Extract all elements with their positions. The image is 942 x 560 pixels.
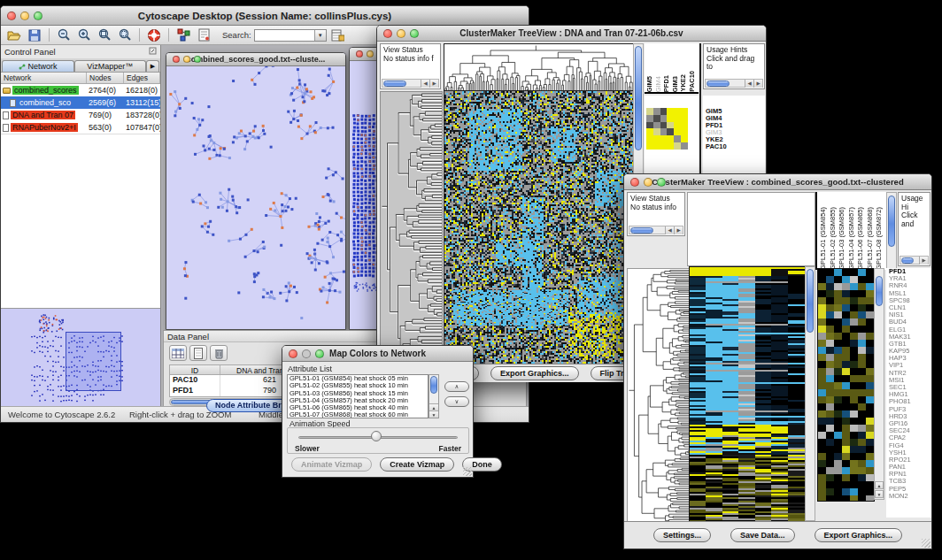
treeview-button[interactable]: Save Data... [730, 528, 795, 542]
dialog-title-bar[interactable]: Map Colors to Network [282, 346, 473, 362]
scroll-right-icon[interactable]: ▶ [919, 257, 928, 265]
move-up-button[interactable]: ∧ [444, 381, 469, 392]
similarity-matrix-heatmap[interactable] [646, 108, 688, 150]
tab-network[interactable]: Network [2, 60, 74, 72]
matrix-cell[interactable] [660, 142, 668, 150]
scroll-right-icon[interactable]: ▶ [674, 226, 683, 234]
dialog-button[interactable]: Create Vizmap [380, 457, 454, 472]
scroll-down-icon[interactable]: ▼ [429, 410, 438, 418]
treeview-button[interactable]: Export Graphics... [490, 366, 579, 380]
matrix-cell[interactable] [653, 108, 660, 115]
matrix-cell[interactable] [667, 108, 674, 115]
minimize-button[interactable] [644, 178, 652, 187]
float-panel-icon[interactable] [149, 47, 157, 57]
matrix-cell[interactable] [681, 108, 688, 115]
scroll-left-icon[interactable]: ◀ [665, 226, 674, 234]
birdseye-view-panel[interactable] [1, 309, 160, 406]
matrix-cell[interactable] [646, 122, 653, 129]
zoom-button[interactable] [657, 178, 666, 187]
array-label[interactable]: GIM5 [646, 76, 654, 92]
matrix-cell[interactable] [653, 142, 660, 150]
gene-label[interactable]: MON2 [889, 493, 931, 500]
view-status-scrollbar[interactable]: ◀▶ [629, 226, 683, 234]
zoom-button[interactable] [315, 349, 324, 358]
gene-dendrogram-combined[interactable] [627, 268, 691, 523]
network-list-row[interactable]: DNA and Tran 07 769(0) 183728(0) [1, 109, 160, 121]
matrix-cell[interactable] [646, 108, 653, 115]
matrix-cell[interactable] [674, 122, 681, 129]
array-dendrogram-area[interactable] [687, 192, 815, 266]
zoom-button[interactable] [34, 12, 42, 20]
treeview-combined-title-bar[interactable]: ClusterMaker TreeView : combined_scores_… [624, 174, 931, 190]
resize-grip[interactable] [463, 467, 472, 476]
search-dropdown-icon[interactable]: ▼ [314, 30, 326, 41]
scroll-right-icon[interactable]: ▶ [429, 80, 438, 88]
minimize-button[interactable] [183, 56, 190, 63]
network-canvas[interactable] [166, 66, 345, 329]
zoom-selected-icon[interactable] [116, 27, 134, 43]
zoom-button[interactable] [194, 56, 201, 63]
matrix-cell[interactable] [667, 128, 674, 135]
array-label[interactable]: GPL51-04 (GSM857) [848, 207, 856, 270]
global-heatmap-dna[interactable] [444, 90, 634, 365]
array-label[interactable]: GPL51-01 (GSM854) [820, 207, 828, 270]
matrix-cell[interactable] [681, 128, 688, 135]
move-down-button[interactable]: ∨ [444, 396, 469, 407]
zoom-fit-icon[interactable] [96, 27, 113, 43]
array-label[interactable]: GPL51-03 (GSM856) [838, 207, 846, 270]
array-label[interactable]: YKE2 [680, 74, 688, 92]
matrix-cell[interactable] [667, 135, 674, 142]
array-label[interactable]: PAC10 [689, 71, 697, 92]
matrix-cell[interactable] [653, 115, 660, 122]
matrix-cell[interactable] [653, 135, 660, 142]
dialog-button[interactable]: Animate Vizmap [291, 457, 372, 472]
network-view-title-bar[interactable]: combined_scores_good.txt--cluste... [166, 53, 345, 66]
column-header-network[interactable]: Network [1, 73, 87, 83]
search-input[interactable]: ▼ [254, 29, 327, 42]
global-heatmap-combined[interactable] [689, 266, 806, 523]
help-icon[interactable] [145, 27, 163, 43]
zoom-heatmap-scrollbar[interactable]: ▲ ▼ [874, 268, 884, 500]
matrix-cell[interactable] [667, 115, 674, 122]
matrix-cell[interactable] [681, 115, 688, 122]
matrix-cell[interactable] [646, 135, 653, 142]
matrix-cell[interactable] [646, 142, 653, 150]
scroll-right-icon[interactable]: ▶ [753, 80, 762, 88]
birdseye-canvas[interactable] [1, 309, 159, 406]
close-button[interactable] [173, 56, 180, 63]
matrix-cell[interactable] [660, 122, 668, 129]
attribute-table-icon[interactable] [169, 345, 187, 361]
matrix-cell[interactable] [681, 122, 688, 129]
index-icon[interactable] [329, 27, 347, 43]
scroll-left-icon[interactable]: ◀ [421, 80, 429, 88]
array-labels-scrollbar[interactable] [886, 192, 897, 270]
attribute-list-scrollbar[interactable]: ▲ ▼ [429, 374, 439, 418]
minimize-button[interactable] [20, 12, 29, 20]
array-label[interactable]: GPL51-02 (GSM855) [830, 207, 838, 270]
matrix-cell[interactable] [674, 135, 681, 142]
resize-grip[interactable] [922, 539, 930, 548]
main-title-bar[interactable]: Cytoscape Desktop (Session Name: collins… [1, 6, 529, 26]
close-button[interactable] [383, 29, 392, 38]
close-button[interactable] [356, 50, 363, 58]
network-list-row[interactable]: combined_sco 2569(6) 13112(15) [1, 96, 160, 109]
view-status-scrollbar[interactable]: ◀▶ [382, 79, 439, 88]
matrix-cell[interactable] [660, 108, 668, 115]
matrix-cell[interactable] [646, 115, 653, 122]
minimize-button[interactable] [367, 50, 374, 58]
network-list-row[interactable]: RNAPuberNov2+I 563(0) 107847(0) [1, 121, 160, 134]
global-heatmap-scrollbar[interactable] [805, 266, 815, 521]
annotation-icon[interactable] [195, 27, 212, 43]
matrix-cell[interactable] [646, 128, 653, 135]
matrix-cell[interactable] [660, 128, 668, 135]
zoom-heatmap-combined[interactable] [817, 268, 875, 502]
matrix-cell[interactable] [660, 135, 668, 142]
close-button[interactable] [7, 12, 16, 20]
trash-icon[interactable] [210, 345, 228, 361]
zoom-button[interactable] [410, 29, 419, 38]
speed-slider-thumb[interactable] [371, 431, 382, 441]
tab-vizmapper[interactable]: VizMapper™ [74, 60, 147, 72]
usage-hints-scrollbar[interactable]: ◀▶ [705, 79, 763, 88]
gene-dendrogram-dna[interactable] [380, 91, 443, 365]
array-label[interactable]: GIM3 [672, 76, 680, 92]
